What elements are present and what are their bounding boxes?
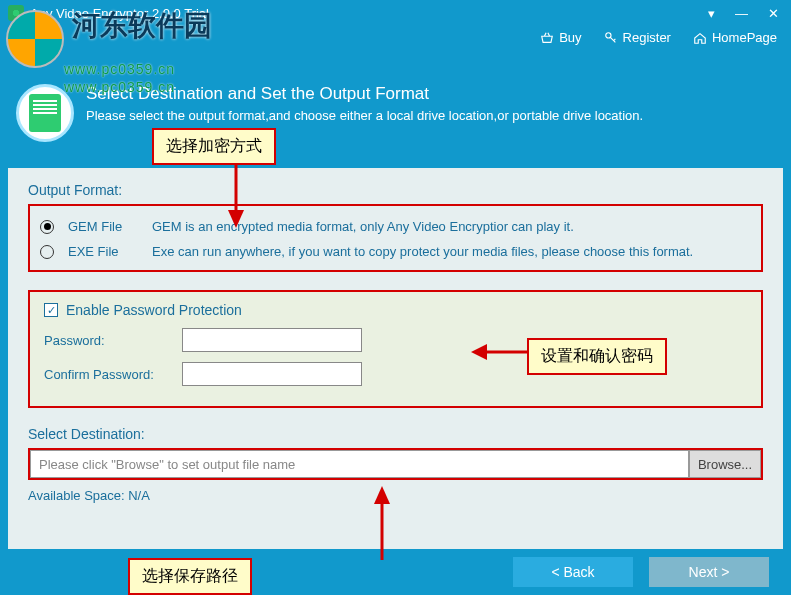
page-title: Select Destination and Set the Output Fo…: [86, 84, 643, 104]
option-desc: Exe can run anywhere, if you want to cop…: [152, 244, 693, 259]
radio-icon: [40, 220, 54, 234]
confirm-password-input[interactable]: [182, 362, 362, 386]
buy-link[interactable]: Buy: [540, 30, 581, 45]
option-name: EXE File: [68, 244, 138, 259]
back-button[interactable]: < Back: [513, 557, 633, 587]
register-label: Register: [623, 30, 671, 45]
enable-password-checkbox[interactable]: ✓ Enable Password Protection: [44, 302, 747, 318]
destination-placeholder: Please click "Browse" to set output file…: [39, 457, 295, 472]
basket-icon: [540, 31, 554, 45]
confirm-password-label: Confirm Password:: [44, 367, 174, 382]
window-title: Any Video Encryptor 2.0.0 Trial: [30, 6, 704, 21]
radio-gem-file[interactable]: GEM File GEM is an encrypted media forma…: [40, 214, 751, 239]
buy-label: Buy: [559, 30, 581, 45]
output-format-label: Output Format:: [28, 182, 763, 198]
homepage-link[interactable]: HomePage: [693, 30, 777, 45]
browse-label: Browse...: [698, 457, 752, 472]
password-group: ✓ Enable Password Protection Password: C…: [28, 290, 763, 408]
titlebar: Any Video Encryptor 2.0.0 Trial ▾ — ✕: [0, 0, 791, 26]
radio-exe-file[interactable]: EXE File Exe can run anywhere, if you wa…: [40, 239, 751, 264]
destination-row: Please click "Browse" to set output file…: [28, 448, 763, 480]
page-header: Select Destination and Set the Output Fo…: [0, 72, 791, 148]
footer: < Back Next >: [0, 549, 791, 595]
next-label: Next >: [689, 564, 730, 580]
homepage-label: HomePage: [712, 30, 777, 45]
app-icon: [8, 5, 24, 21]
option-desc: GEM is an encrypted media format, only A…: [152, 219, 574, 234]
option-name: GEM File: [68, 219, 138, 234]
output-format-group: GEM File GEM is an encrypted media forma…: [28, 204, 763, 272]
close-button[interactable]: ✕: [764, 6, 783, 21]
home-icon: [693, 31, 707, 45]
checkbox-icon: ✓: [44, 303, 58, 317]
header-icon: [16, 84, 74, 142]
radio-icon: [40, 245, 54, 259]
menubar: Buy Register HomePage: [540, 30, 777, 45]
password-label: Password:: [44, 333, 174, 348]
key-icon: [604, 31, 618, 45]
page-subtitle: Please select the output format,and choo…: [86, 108, 643, 123]
password-input[interactable]: [182, 328, 362, 352]
destination-input[interactable]: Please click "Browse" to set output file…: [30, 450, 689, 478]
back-label: < Back: [551, 564, 594, 580]
register-link[interactable]: Register: [604, 30, 671, 45]
enable-password-label: Enable Password Protection: [66, 302, 242, 318]
dropdown-icon[interactable]: ▾: [704, 6, 719, 21]
minimize-button[interactable]: —: [731, 6, 752, 21]
destination-label: Select Destination:: [28, 426, 763, 442]
available-space: Available Space: N/A: [28, 488, 763, 503]
next-button[interactable]: Next >: [649, 557, 769, 587]
browse-button[interactable]: Browse...: [689, 450, 761, 478]
content-panel: Output Format: GEM File GEM is an encryp…: [8, 168, 783, 549]
